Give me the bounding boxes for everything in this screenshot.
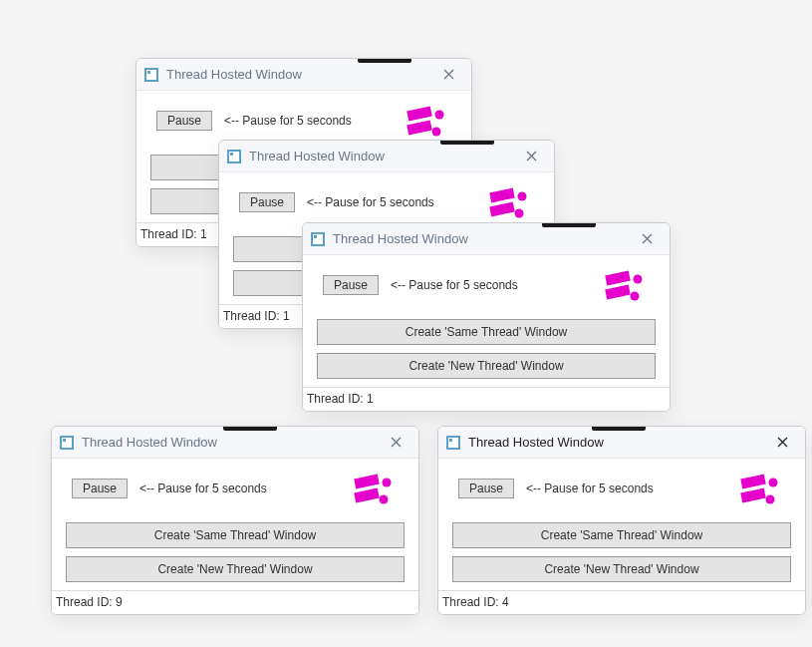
create-new-thread-button[interactable]: Create 'New Thread' Window	[66, 556, 405, 582]
button-stack: Create 'Same Thread' Window Create 'New …	[452, 522, 791, 582]
pause-hint: <-- Pause for 5 seconds	[391, 278, 518, 292]
pause-hint: <-- Pause for 5 seconds	[307, 195, 434, 209]
close-button[interactable]	[632, 223, 662, 254]
create-same-thread-button[interactable]: Create 'Same Thread' Window	[66, 522, 405, 548]
thread-id-label: Thread ID:	[307, 392, 367, 406]
window-notch	[592, 426, 646, 431]
thread-id-label: Thread ID:	[442, 595, 502, 609]
thread-id-label: Thread ID:	[140, 227, 200, 241]
window-notch	[440, 140, 494, 145]
pause-button[interactable]: Pause	[72, 479, 128, 498]
svg-rect-27	[740, 488, 766, 503]
svg-point-16	[634, 275, 643, 284]
window-notch	[542, 222, 596, 227]
svg-point-4	[435, 111, 444, 120]
app-icon	[60, 436, 74, 450]
window-notch	[223, 426, 277, 431]
thread-id-value: 1	[367, 392, 374, 406]
thread-id-label: Thread ID:	[56, 595, 116, 609]
app-icon	[144, 68, 158, 82]
create-new-thread-button[interactable]: Create 'New Thread' Window	[452, 556, 791, 582]
window-title: Thread Hosted Window	[82, 435, 381, 450]
svg-rect-2	[406, 107, 432, 122]
pause-button[interactable]: Pause	[239, 192, 295, 212]
svg-rect-26	[740, 475, 766, 489]
window: Thread Hosted Window Pause <-- Pause for…	[437, 426, 806, 615]
create-new-thread-button[interactable]: Create 'New Thread' Window	[317, 353, 656, 379]
close-icon	[443, 69, 454, 80]
thread-id-value: 1	[283, 309, 290, 323]
app-icon	[227, 150, 241, 163]
close-icon	[777, 437, 788, 448]
svg-point-29	[766, 495, 775, 504]
svg-rect-21	[354, 488, 380, 503]
window-notch	[358, 58, 411, 63]
pause-hint: <-- Pause for 5 seconds	[139, 482, 267, 495]
create-same-thread-button[interactable]: Create 'Same Thread' Window	[317, 319, 656, 345]
close-button[interactable]	[516, 141, 546, 171]
button-stack: Create 'Same Thread' Window Create 'New …	[317, 319, 656, 379]
app-icon	[446, 436, 460, 450]
svg-point-22	[383, 479, 392, 487]
svg-point-10	[518, 192, 527, 201]
svg-rect-9	[489, 202, 515, 217]
window: Thread Hosted Window Pause <-- Pause for…	[302, 222, 671, 412]
brand-icon	[406, 105, 447, 141]
status-bar: Thread ID: 9	[52, 590, 418, 614]
close-icon	[391, 437, 402, 448]
brand-icon	[353, 473, 395, 508]
brand-icon	[604, 269, 646, 305]
pause-button[interactable]: Pause	[323, 275, 379, 295]
titlebar[interactable]: Thread Hosted Window	[136, 59, 471, 91]
pause-button[interactable]: Pause	[458, 479, 514, 498]
window: Thread Hosted Window Pause <-- Pause for…	[51, 426, 419, 615]
svg-point-5	[432, 128, 441, 137]
button-stack: Create 'Same Thread' Window Create 'New …	[66, 522, 405, 582]
thread-id-value: 9	[116, 595, 123, 609]
svg-rect-15	[605, 285, 631, 300]
titlebar[interactable]: Thread Hosted Window	[438, 427, 805, 459]
status-bar: Thread ID: 1	[303, 387, 670, 411]
thread-id-value: 4	[502, 595, 509, 609]
pause-button[interactable]: Pause	[156, 111, 212, 131]
titlebar[interactable]: Thread Hosted Window	[52, 427, 418, 459]
svg-point-28	[769, 479, 778, 487]
svg-rect-8	[489, 188, 515, 203]
app-icon	[311, 232, 325, 246]
thread-id-value: 1	[200, 227, 207, 241]
close-icon	[526, 151, 537, 162]
window-title: Thread Hosted Window	[468, 435, 767, 450]
svg-point-11	[515, 209, 524, 218]
status-bar: Thread ID: 4	[438, 590, 805, 614]
thread-id-label: Thread ID:	[223, 309, 283, 323]
close-button[interactable]	[381, 427, 410, 458]
svg-point-23	[380, 495, 389, 504]
svg-rect-3	[406, 121, 432, 136]
svg-rect-20	[354, 475, 380, 489]
titlebar[interactable]: Thread Hosted Window	[303, 223, 670, 255]
close-button[interactable]	[433, 59, 463, 90]
svg-rect-14	[605, 271, 631, 286]
pause-hint: <-- Pause for 5 seconds	[526, 482, 654, 495]
svg-point-17	[631, 292, 640, 301]
close-icon	[642, 233, 653, 244]
create-same-thread-button[interactable]: Create 'Same Thread' Window	[452, 522, 791, 548]
window-title: Thread Hosted Window	[333, 231, 632, 246]
window-title: Thread Hosted Window	[166, 67, 433, 82]
close-button[interactable]	[767, 427, 797, 458]
brand-icon	[488, 186, 530, 222]
window-content: Pause <-- Pause for 5 seconds Create 'Sa…	[303, 255, 670, 387]
pause-hint: <-- Pause for 5 seconds	[224, 114, 352, 128]
window-title: Thread Hosted Window	[249, 149, 516, 163]
titlebar[interactable]: Thread Hosted Window	[219, 141, 554, 172]
brand-icon	[739, 473, 781, 508]
window-content: Pause <-- Pause for 5 seconds Create 'Sa…	[438, 459, 805, 590]
window-content: Pause <-- Pause for 5 seconds Create 'Sa…	[52, 459, 418, 590]
